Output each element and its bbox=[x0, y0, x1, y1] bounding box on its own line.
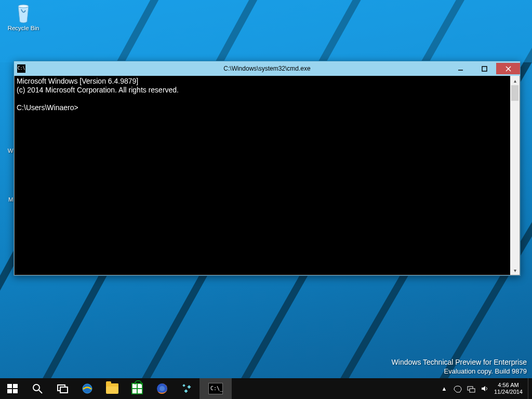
watermark-line1: Windows Technical Preview for Enterprise bbox=[392, 357, 527, 367]
start-button[interactable] bbox=[0, 378, 25, 399]
store-icon bbox=[131, 383, 143, 394]
system-tray[interactable]: ▲ 4:56 AM 11/24/2014 bbox=[437, 378, 528, 399]
task-view-icon bbox=[56, 382, 69, 395]
cmd-taskbar-icon: C:\_ bbox=[208, 383, 223, 394]
svg-rect-20 bbox=[7, 384, 12, 388]
store-button[interactable] bbox=[125, 378, 150, 399]
taskbar-clock[interactable]: 4:56 AM 11/24/2014 bbox=[494, 382, 523, 395]
recycle-bin-icon[interactable]: Recycle Bin bbox=[4, 3, 43, 32]
console-line2: (c) 2014 Microsoft Corporation. All righ… bbox=[17, 86, 179, 94]
svg-rect-23 bbox=[13, 389, 18, 393]
svg-rect-37 bbox=[187, 385, 191, 389]
vertical-scrollbar[interactable]: ▴ ▾ bbox=[510, 76, 520, 275]
svg-rect-40 bbox=[470, 389, 475, 392]
firefox-icon bbox=[156, 382, 168, 395]
svg-rect-22 bbox=[7, 389, 12, 393]
folder-icon bbox=[106, 383, 118, 394]
watermark-line2: Evaluation copy. Build 9879 bbox=[392, 367, 527, 376]
svg-rect-31 bbox=[138, 384, 142, 388]
windows-watermark: Windows Technical Preview for Enterprise… bbox=[392, 357, 527, 376]
svg-rect-38 bbox=[184, 389, 188, 393]
action-center-icon[interactable] bbox=[454, 384, 462, 393]
chevron-up-icon: ▲ bbox=[441, 385, 447, 392]
desktop[interactable]: Recycle Bin Welcome to Tech N Microsoft … bbox=[0, 0, 532, 399]
windows-logo-icon bbox=[6, 382, 19, 395]
clock-time: 4:56 AM bbox=[494, 382, 523, 389]
volume-icon[interactable] bbox=[481, 384, 489, 393]
firefox-button[interactable] bbox=[150, 378, 175, 399]
tray-overflow-button[interactable]: ▲ bbox=[440, 384, 448, 393]
svg-rect-7 bbox=[0, 0, 532, 62]
trash-icon bbox=[13, 3, 34, 24]
sparkle-icon bbox=[181, 382, 193, 395]
svg-point-24 bbox=[33, 384, 39, 391]
svg-point-8 bbox=[18, 5, 29, 8]
task-view-button[interactable] bbox=[50, 378, 75, 399]
ie-button[interactable] bbox=[75, 378, 100, 399]
taskbar[interactable]: C:\_ ▲ 4:56 AM 11/24/2014 bbox=[0, 378, 532, 399]
scroll-thumb[interactable] bbox=[511, 85, 518, 101]
console-frame: Microsoft Windows [Version 6.4.9879] (c)… bbox=[14, 76, 520, 275]
svg-rect-21 bbox=[13, 384, 18, 388]
console-output[interactable]: Microsoft Windows [Version 6.4.9879] (c)… bbox=[15, 76, 510, 275]
console-line1: Microsoft Windows [Version 6.4.9879] bbox=[17, 77, 138, 85]
file-explorer-button[interactable] bbox=[100, 378, 125, 399]
svg-rect-33 bbox=[138, 389, 142, 393]
scroll-down-arrow-icon[interactable]: ▾ bbox=[510, 265, 520, 275]
clock-date: 11/24/2014 bbox=[494, 389, 523, 395]
svg-rect-30 bbox=[132, 384, 137, 388]
svg-line-25 bbox=[39, 390, 42, 393]
svg-rect-36 bbox=[182, 384, 185, 387]
show-desktop-button[interactable] bbox=[528, 378, 532, 399]
svg-rect-32 bbox=[132, 389, 137, 393]
search-button[interactable] bbox=[25, 378, 50, 399]
scroll-up-arrow-icon[interactable]: ▴ bbox=[510, 76, 520, 85]
svg-rect-27 bbox=[60, 387, 68, 393]
cmd-window[interactable]: C:\Windows\system32\cmd.exe Microsoft Wi… bbox=[14, 61, 521, 276]
titlebar[interactable]: C:\Windows\system32\cmd.exe bbox=[14, 61, 520, 76]
console-prompt: C:\Users\Winaero> bbox=[17, 103, 78, 112]
recycle-bin-label: Recycle Bin bbox=[4, 25, 43, 32]
cmd-taskbar-button[interactable]: C:\_ bbox=[200, 378, 232, 399]
personalization-button[interactable] bbox=[175, 378, 200, 399]
scroll-track[interactable] bbox=[510, 85, 520, 265]
ie-icon bbox=[81, 382, 94, 395]
search-icon bbox=[31, 382, 44, 395]
network-icon[interactable] bbox=[467, 384, 475, 393]
window-title: C:\Windows\system32\cmd.exe bbox=[14, 65, 520, 72]
svg-point-35 bbox=[159, 386, 165, 391]
